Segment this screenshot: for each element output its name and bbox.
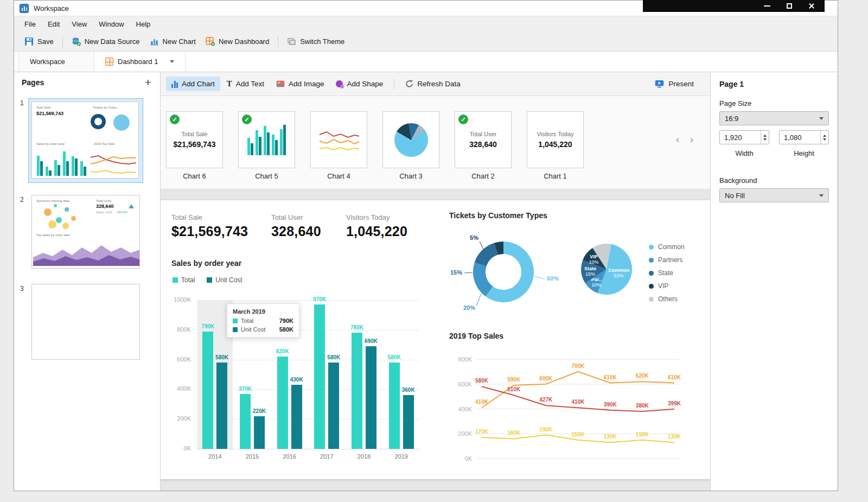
svg-text:0K: 0K (465, 455, 473, 462)
page-ratio-select[interactable]: 16:9 (719, 111, 829, 125)
gallery-card-chart-4[interactable] (310, 111, 367, 168)
center-column: Add Chart T Add Text Add Image Add Shape (161, 72, 710, 491)
thumb2-bubble (65, 207, 69, 212)
chevron-down-icon (819, 117, 824, 120)
window-title: Workspace (34, 4, 69, 12)
add-page-button[interactable]: + (145, 78, 151, 87)
new-data-source-button[interactable]: New Data Source (67, 34, 145, 49)
svg-text:410K: 410K (475, 399, 489, 405)
thumb1-line-chart (90, 149, 137, 177)
new-dashboard-label: New Dashboard (219, 37, 269, 46)
save-button[interactable]: Save (20, 34, 59, 49)
maximize-icon[interactable] (787, 3, 792, 9)
new-chart-button[interactable]: New Chart (145, 34, 201, 49)
switch-theme-label: Switch Theme (300, 37, 344, 46)
legend-dot (649, 284, 654, 289)
tab-workspace[interactable]: Workspace (18, 52, 94, 72)
menu-file[interactable]: File (18, 16, 42, 33)
legend-item: Common (649, 240, 685, 253)
height-stepper[interactable] (820, 131, 828, 144)
chevron-down-icon[interactable] (170, 60, 174, 63)
top-sales-line-chart[interactable]: 0K200K400K600K800K410K590K600K700K610K62… (451, 346, 695, 465)
switch-theme-button[interactable]: Switch Theme (282, 34, 349, 49)
tab-dashboard-1[interactable]: Dashboard 1 (94, 52, 186, 72)
design-canvas[interactable]: Total Sale $21,569,743 Total User 328,64… (161, 189, 710, 491)
menu-window[interactable]: Window (93, 16, 130, 33)
gallery-card-chart-2[interactable]: Total User 328,640 (455, 111, 512, 168)
svg-text:170K: 170K (475, 429, 489, 435)
main-toolbar: Save New Data Source New Chart New Dashb… (14, 32, 838, 52)
step-up-icon (763, 135, 767, 137)
sales-chart-title: Sales by order year (171, 259, 241, 268)
toolbar-divider (278, 36, 278, 47)
legend-item: Partners (649, 253, 685, 266)
svg-text:600K: 600K (539, 376, 553, 382)
page-2-thumbnail[interactable]: Sportmen training data Total Units 328,6… (31, 195, 140, 269)
width-stepper[interactable] (761, 131, 769, 144)
page-3-number: 3 (20, 285, 24, 293)
thumb1-donut-title: Tickets by Custo... (93, 106, 119, 109)
new-chart-label: New Chart (163, 37, 196, 46)
legend-dot (649, 258, 654, 263)
minimize-icon[interactable] (764, 5, 770, 7)
kpi-label: Total Sale (171, 213, 248, 221)
tab-dashboard-1-label: Dashboard 1 (118, 58, 158, 66)
gallery-next-button[interactable]: › (690, 134, 693, 145)
thumb2-units-label: Total Units (96, 199, 111, 202)
gallery-card-chart-3[interactable] (382, 111, 439, 168)
add-shape-label: Add Shape (347, 80, 383, 88)
background-select[interactable]: No Fill (719, 188, 829, 202)
inspector-title: Page 1 (719, 80, 744, 88)
gallery-mini-line-chart (317, 125, 361, 155)
add-image-button[interactable]: Add Image (271, 77, 329, 91)
add-shape-button[interactable]: Add Shape (330, 77, 388, 91)
add-chart-button[interactable]: Add Chart (166, 77, 220, 91)
thumb2-trend-icon (129, 204, 134, 208)
menu-view[interactable]: View (66, 16, 93, 33)
svg-text:200K: 200K (458, 430, 472, 437)
kpi-total-user[interactable]: Total User 328,640 (271, 213, 321, 239)
gallery-card-chart-5[interactable] (238, 111, 295, 168)
database-icon (72, 37, 81, 46)
gallery-card-name: Chart 4 (310, 172, 367, 180)
svg-text:510K: 510K (507, 386, 521, 392)
page-3-thumbnail[interactable] (31, 284, 140, 360)
refresh-data-button[interactable]: Refresh Data (400, 77, 466, 91)
page-inspector: Page 1 Page Size 16:9 Width Height Backg… (710, 72, 838, 491)
gallery-prev-button[interactable]: ‹ (676, 134, 679, 145)
svg-text:130K: 130K (668, 434, 681, 440)
tooltip-chip (233, 319, 238, 323)
gallery-card-chart-6[interactable]: Total Sale $21,569,743 (166, 111, 223, 168)
svg-text:580K: 580K (475, 378, 489, 384)
tickets-donut-pie-chart[interactable]: 60%20%15%5%Common53%Par..10%State15%VIP1… (447, 231, 648, 324)
gallery-kpi-label: Total Sale (181, 131, 207, 137)
close-icon[interactable] (808, 3, 815, 9)
present-button[interactable]: Present (655, 80, 694, 88)
page-1-thumbnail[interactable]: Total Sale $21,569,743 Tickets by Custo.… (28, 98, 143, 183)
tooltip-title: March 2019 (233, 308, 293, 315)
refresh-icon (405, 80, 413, 88)
document-tab-bar: Workspace Dashboard 1 (14, 52, 838, 72)
sales-bar-chart[interactable]: 0K200K400K600K800K1000K790K580K2014370K2… (170, 288, 431, 467)
svg-text:15%: 15% (450, 269, 462, 276)
kpi-visitors-today[interactable]: Visitors Today 1,045,220 (346, 213, 407, 239)
svg-text:610K: 610K (668, 374, 681, 380)
page-1-number: 1 (20, 99, 24, 107)
add-shape-icon (336, 80, 343, 87)
check-icon (458, 115, 468, 124)
gallery-card-chart-1[interactable]: Visitors Today 1,045,220 (527, 111, 584, 168)
svg-text:60%: 60% (547, 275, 559, 282)
add-text-button[interactable]: T Add Text (221, 76, 270, 92)
theme-icon (287, 37, 296, 46)
new-dashboard-button[interactable]: New Dashboard (201, 34, 274, 49)
svg-text:15%: 15% (585, 271, 595, 277)
gallery-kpi-label: Total User (470, 131, 497, 137)
thumb2-area-title: Top sales by order date (36, 233, 70, 237)
add-image-icon (276, 80, 285, 87)
kpi-total-sale[interactable]: Total Sale $21,569,743 (171, 213, 248, 239)
pages-header: Pages + (14, 72, 160, 89)
menu-edit[interactable]: Edit (42, 16, 66, 33)
legend-item: Others (649, 293, 685, 306)
canvas-toolbar-divider (394, 79, 394, 90)
menu-help[interactable]: Help (130, 16, 157, 33)
